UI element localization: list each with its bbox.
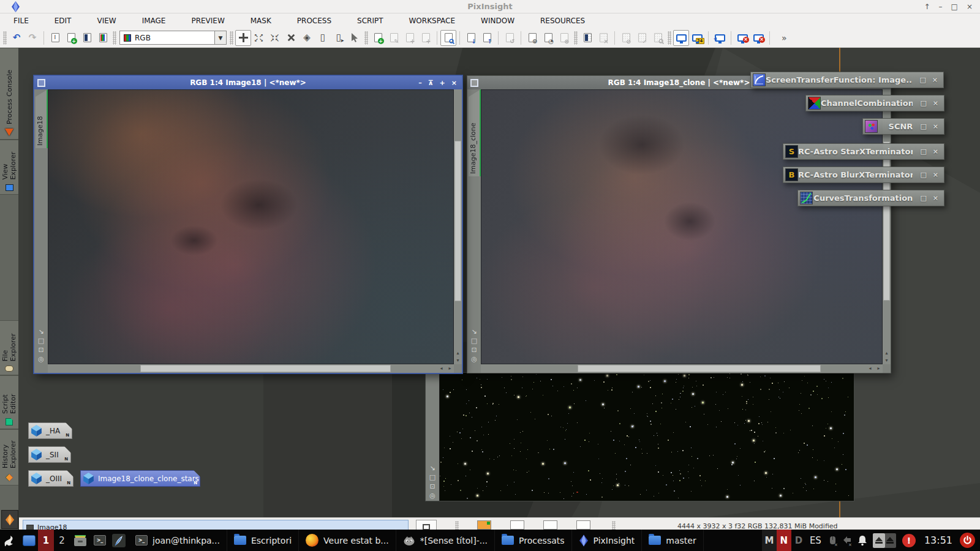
process-window-curvestransformation[interactable]: CurvesTransformation □ ×: [797, 190, 944, 206]
scroll-left-arrow[interactable]: ◂: [437, 364, 445, 373]
taskbar-item-processats[interactable]: Processats: [495, 530, 571, 551]
view-tab-image18-clone[interactable]: Image18_clone: [469, 89, 481, 176]
center-mode-icon[interactable]: ◎: [429, 492, 435, 499]
channel-selector[interactable]: RGB ▼: [119, 31, 227, 45]
process-icon-ha[interactable]: _HA N: [28, 422, 72, 439]
process-iconize-button[interactable]: □: [920, 122, 926, 130]
mouse-disabled-icon[interactable]: ×: [829, 535, 837, 546]
scroll-down-arrow[interactable]: ▾: [883, 357, 891, 364]
undo-button[interactable]: ↶: [9, 30, 24, 46]
add-instance-button[interactable]: +: [402, 30, 418, 46]
scroll-up-arrow[interactable]: ▴: [454, 350, 462, 357]
tab-history-explorer[interactable]: History Explorer ◆: [0, 429, 18, 485]
select-mode-button[interactable]: [347, 30, 363, 46]
menu-preview[interactable]: PREVIEW: [191, 17, 224, 25]
touchpad-disabled-icon[interactable]: ×: [842, 535, 852, 546]
app-minimize-button[interactable]: –: [939, 2, 943, 11]
show-desktop-button[interactable]: [20, 530, 38, 551]
copy-mode-icon[interactable]: ⊡: [471, 347, 477, 353]
reset-all-stf-button[interactable]: ×: [750, 30, 766, 46]
tab-script-editor[interactable]: Script Editor: [0, 375, 18, 429]
process-icon-oiii[interactable]: _OIII N: [28, 470, 74, 487]
scroll-right-arrow[interactable]: ▸: [875, 364, 883, 373]
process-close-button[interactable]: ×: [932, 76, 938, 84]
process-settings-button[interactable]: ⚙: [524, 30, 540, 46]
edit-instance-button[interactable]: ✎: [386, 30, 402, 46]
reset-stf-button[interactable]: ×: [734, 30, 750, 46]
power-button[interactable]: [960, 533, 975, 548]
image18-clone-canvas[interactable]: [481, 89, 883, 364]
process-window-channelcombination[interactable]: ChannelCombination □ ×: [805, 95, 944, 111]
menu-file[interactable]: FILE: [13, 17, 29, 25]
window-zoom-button[interactable]: +: [440, 79, 445, 87]
toolbar-overflow-button[interactable]: »: [782, 33, 787, 43]
process-iconize-button[interactable]: □: [920, 171, 926, 179]
menu-view[interactable]: VIEW: [97, 17, 116, 25]
vertical-scrollbar[interactable]: ▴ ▾: [454, 89, 462, 364]
image-window-image18-clone[interactable]: RGB 1:4 Image18_clone | <*new*> – ⊼ + × …: [467, 75, 891, 373]
process-iconize-button[interactable]: □: [920, 194, 926, 202]
browse-process-button[interactable]: [440, 30, 456, 46]
process-window-blurxterminator[interactable]: B RC-Astro BlurXTerminator □ ×: [783, 167, 944, 183]
scroll-up-arrow[interactable]: ▴: [883, 350, 891, 357]
menu-window[interactable]: WINDOW: [481, 17, 514, 25]
alert-indicator[interactable]: !: [902, 534, 916, 547]
wm-menu-button[interactable]: [0, 530, 20, 551]
app-close-button[interactable]: ×: [967, 2, 973, 11]
view-tab-image18[interactable]: Image18: [36, 89, 48, 148]
process-close-button[interactable]: ×: [933, 122, 938, 130]
zoom-mode-icon[interactable]: ↘: [429, 465, 435, 471]
taskbar-item-terminal[interactable]: >_ joan@thinkpa...: [129, 530, 227, 551]
process-iconize-button[interactable]: □: [920, 99, 926, 107]
menu-image[interactable]: IMAGE: [142, 17, 166, 25]
taskbar-item-master[interactable]: master: [642, 530, 703, 551]
toolbar-drag-handle[interactable]: [230, 31, 233, 45]
scroll-down-arrow[interactable]: ▾: [454, 357, 462, 364]
save-process-button[interactable]: ↑: [479, 30, 495, 46]
zoom-mode-icon[interactable]: ↘: [38, 328, 43, 335]
menu-resources[interactable]: RESOURCES: [540, 17, 585, 25]
taskbar-item-pixinsight[interactable]: PixInsight: [572, 530, 643, 551]
window-icon[interactable]: [37, 79, 45, 87]
workspace-corner-button[interactable]: [1, 510, 18, 529]
process-history-button[interactable]: ◔: [540, 30, 556, 46]
menu-mask[interactable]: MASK: [251, 17, 271, 25]
window-list-selected-item[interactable]: Image18: [23, 520, 409, 530]
mask-show-button[interactable]: ✓: [634, 30, 650, 46]
stars-image-window[interactable]: ↘ □ ⊡ ◎: [425, 372, 854, 501]
pan-mode-button[interactable]: [283, 30, 299, 46]
mask-select-button[interactable]: [650, 30, 666, 46]
process-close-button[interactable]: ×: [933, 171, 938, 179]
taskbar-item-escriptori[interactable]: Escriptori: [227, 530, 299, 551]
vertical-scroll-thumb[interactable]: [454, 141, 461, 301]
new-image-button[interactable]: +: [63, 30, 79, 46]
process-icon-stars-clone[interactable]: Image18_clone_clone_stars N: [80, 470, 200, 487]
add-instance2-button[interactable]: +: [418, 30, 434, 46]
process-close-button[interactable]: ×: [933, 194, 938, 202]
process-icon-sii[interactable]: _SII N: [28, 446, 71, 463]
horizontal-scrollbar[interactable]: ◂ ▸: [48, 364, 454, 373]
workspace-thumb-4[interactable]: [576, 520, 590, 530]
image-color-button[interactable]: [79, 30, 95, 46]
workspace-thumb-2[interactable]: [510, 520, 524, 530]
star-canvas[interactable]: [439, 373, 854, 501]
new-instance-button[interactable]: +: [370, 30, 386, 46]
apply-stf-button[interactable]: ◂: [712, 30, 728, 46]
toolbar-drag-handle[interactable]: [574, 31, 578, 45]
process-window-starxterminator[interactable]: S RC-Astro StarXTerminator □ ×: [783, 143, 944, 160]
mask-remove-button[interactable]: ×: [595, 30, 611, 46]
app-maximize-button[interactable]: □: [951, 2, 958, 11]
toolbar-drag-handle[interactable]: [3, 31, 7, 45]
workspace-thumb-3[interactable]: [543, 520, 557, 530]
tab-view-explorer[interactable]: View Explorer: [0, 140, 18, 195]
process-close-button[interactable]: ×: [933, 99, 938, 107]
keyboard-layout[interactable]: ES: [810, 535, 821, 546]
center-mode-icon[interactable]: ◎: [471, 356, 477, 362]
bar-drag-handle[interactable]: [455, 521, 459, 530]
notifications-bell-icon[interactable]: [857, 534, 868, 546]
workspace-1-button[interactable]: 1: [38, 530, 54, 551]
vertical-scroll-thumb[interactable]: [883, 141, 890, 301]
tab-file-explorer[interactable]: File Explorer: [0, 320, 18, 375]
editor-app-button[interactable]: [109, 530, 129, 551]
taskbar-item-gimp[interactable]: *[Sense títol]-...: [396, 530, 495, 551]
